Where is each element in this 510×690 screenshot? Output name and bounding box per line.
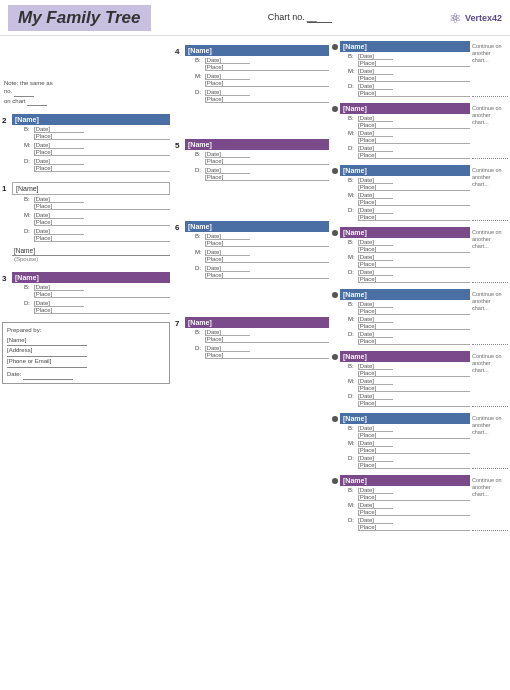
logo-icon: ⚛ — [449, 10, 462, 26]
person-6-name-bar: [Name] — [185, 221, 329, 232]
right-persons-list: [Name]B:[Date][Place]M:[Date][Place]D:[D… — [332, 41, 508, 531]
right-person-r9: [Name]B:[Date][Place]M:[Date][Place]D:[D… — [332, 103, 508, 159]
person-1-name-bar: [Name] — [12, 182, 170, 195]
right-person-r12: [Name]B:[Date][Place]M:[Date][Place]D:[D… — [332, 289, 508, 345]
person-4-block: 4 [Name] B:[Date] [Place] M:[Date] [Plac… — [175, 45, 329, 103]
prepared-box: Prepared by: [Name] [Address] [Phone or … — [2, 322, 170, 384]
column-1: Note: the same as no. on chart 2 [Name] … — [2, 39, 170, 687]
person-2-block: 2 [Name] B:[Date] [Place] M:[Date] [Plac… — [2, 114, 170, 172]
person-7-name-bar: [Name] — [185, 317, 329, 328]
person-4-num: 4 — [175, 45, 185, 56]
title-box: My Family Tree — [8, 5, 151, 31]
person-5-num: 5 — [175, 139, 185, 150]
main-content: Note: the same as no. on chart 2 [Name] … — [0, 36, 510, 690]
column-3: [Name]B:[Date][Place]M:[Date][Place]D:[D… — [330, 39, 508, 687]
person-6-num: 6 — [175, 221, 185, 232]
right-person-r13: [Name]B:[Date][Place]M:[Date][Place]D:[D… — [332, 351, 508, 407]
column-2: 4 [Name] B:[Date] [Place] M:[Date] [Plac… — [171, 39, 329, 687]
person-3-block: 3 [Name] B:[Date] [Place] D:[Date] [Plac… — [2, 272, 170, 314]
logo: ⚛ Vertex42 — [449, 10, 502, 26]
person-3-name-bar: [Name] — [12, 272, 170, 283]
right-person-r15: [Name]B:[Date][Place]M:[Date][Place]D:[D… — [332, 475, 508, 531]
person-7-block: 7 [Name] B:[Date] [Place] D:[Date] [Plac… — [175, 317, 329, 359]
right-person-r10: [Name]B:[Date][Place]M:[Date][Place]D:[D… — [332, 165, 508, 221]
person-3-num: 3 — [2, 272, 12, 283]
person-1-num: 1 — [2, 182, 12, 193]
chart-no: Chart no.__ — [268, 12, 332, 23]
right-person-r14: [Name]B:[Date][Place]M:[Date][Place]D:[D… — [332, 413, 508, 469]
person-6-block: 6 [Name] B:[Date] [Place] M:[Date] [Plac… — [175, 221, 329, 279]
header: My Family Tree Chart no.__ ⚛ Vertex42 — [0, 0, 510, 36]
logo-text: Vertex42 — [465, 13, 502, 23]
person-1-block: 1 [Name] B:[Date] [Place] M:[Date] [Plac… — [2, 182, 170, 262]
person-5-name-bar: [Name] — [185, 139, 329, 150]
chart-no-value[interactable]: __ — [307, 12, 332, 23]
note-block: Note: the same as no. on chart — [4, 79, 170, 106]
person-4-name-bar: [Name] — [185, 45, 329, 56]
right-person-r11: [Name]B:[Date][Place]M:[Date][Place]D:[D… — [332, 227, 508, 283]
person-2-num: 2 — [2, 114, 12, 125]
right-person-r8: [Name]B:[Date][Place]M:[Date][Place]D:[D… — [332, 41, 508, 97]
person-7-num: 7 — [175, 317, 185, 328]
person-2-name-bar: [Name] — [12, 114, 170, 125]
person-5-block: 5 [Name] B:[Date] [Place] D:[Date] [Plac… — [175, 139, 329, 181]
